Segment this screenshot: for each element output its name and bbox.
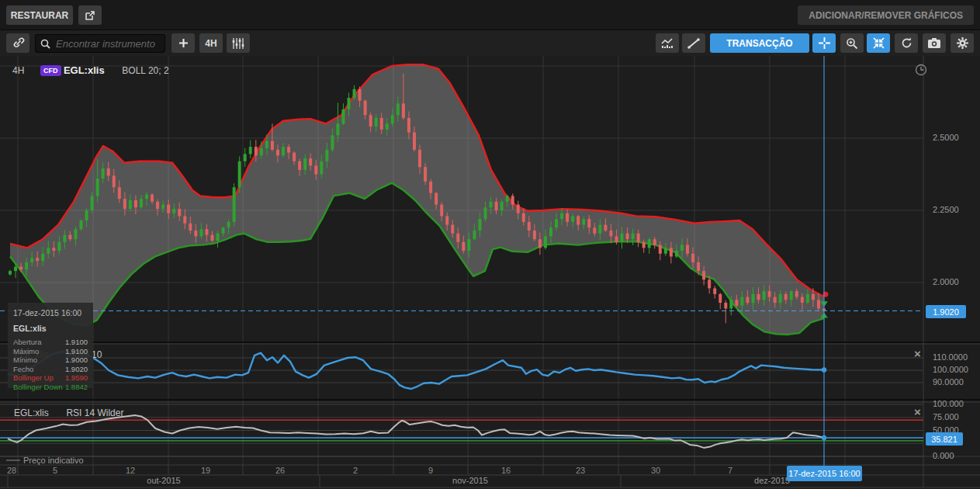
tooltip-row: Abertura1.9100 (13, 338, 88, 347)
screenshot-button[interactable] (923, 33, 946, 53)
crosshair-tool-button[interactable] (812, 33, 836, 53)
x-axis-day-label: 23 (576, 466, 585, 475)
x-axis-day-label: 12 (126, 466, 135, 475)
zoom-in-icon (846, 37, 858, 50)
rsi-axis-label: 100.000 (933, 399, 964, 408)
search-input[interactable] (54, 37, 164, 50)
instrument-search[interactable] (35, 34, 165, 53)
rsi-close-icon[interactable]: × (914, 406, 921, 418)
tooltip-instrument: EGL:xlis (13, 324, 88, 333)
tooltip-row: Bollinger Up1.9590 (13, 373, 88, 383)
link-charts-button[interactable] (6, 33, 29, 53)
line-chart-icon (660, 37, 674, 50)
x-axis-day-label: 16 (501, 466, 511, 475)
gear-icon (956, 36, 969, 50)
restore-button[interactable]: RESTAURAR (6, 5, 73, 25)
ohlc-tooltip: 17-dez-2015 16:00 EGL:xlis Abertura1.910… (8, 303, 93, 388)
timeframe-button[interactable]: 4H (199, 33, 223, 53)
chart-legend: 4H CFD EGL:xlis BOLL 20; 2 (12, 64, 169, 76)
rsi-axis-label: 0.000 (933, 451, 954, 460)
settings-button[interactable] (951, 33, 974, 53)
add-instrument-button[interactable] (171, 33, 195, 53)
search-icon (40, 39, 50, 49)
draw-trendline-button[interactable] (682, 33, 705, 53)
rsi-panel-header: EGL:xlis RSI 14 Wilder (14, 408, 123, 418)
chart-area[interactable]: 4H CFD EGL:xlis BOLL 20; 2 17-dez-2015 1… (0, 56, 980, 489)
mom-axis-label: 110.0000 (933, 352, 968, 362)
chart-instrument-label: EGL:xlis (64, 64, 105, 76)
chart-style-button[interactable] (227, 33, 250, 53)
rsi-value-badge: 35.821 (926, 432, 963, 446)
x-axis-day-label: 2 (353, 466, 358, 475)
tooltip-row: Máximo1.9100 (13, 347, 88, 356)
price-axis-label: 2.0000 (933, 277, 959, 286)
popout-button[interactable] (78, 5, 102, 25)
tooltip-row: Mínimo1.9000 (13, 355, 88, 365)
x-axis-day-label: 5 (53, 466, 57, 475)
x-axis-month-label: nov-2015 (452, 476, 488, 485)
mom-axis-label: 100.0000 (933, 365, 968, 374)
chart-type-button[interactable] (656, 33, 679, 53)
rsi-instrument-label: EGL:xlis (14, 408, 49, 418)
current-price-badge: 1.9020 (926, 305, 966, 318)
chart-timeframe-label: 4H (12, 65, 24, 76)
mom-close-icon[interactable]: × (914, 348, 921, 359)
transaction-button[interactable]: TRANSACÇÃO (710, 33, 809, 53)
chart-toolbar: 4H TRANSACÇÃO (0, 30, 980, 57)
chart-canvas[interactable] (0, 56, 980, 489)
x-axis-day-label: 26 (275, 466, 285, 475)
refresh-icon (900, 36, 913, 50)
camera-icon (927, 37, 941, 49)
x-axis-day-label: 30 (651, 466, 660, 475)
crosshair-time-badge: 17-dez-2015 16:00 (787, 466, 862, 481)
price-axis-label: 2.2500 (933, 205, 959, 214)
external-link-icon (84, 9, 96, 22)
x-axis-day-label: 9 (428, 466, 433, 475)
bollinger-indicator-label: BOLL 20; 2 (122, 65, 168, 76)
rsi-axis-label: 75.000 (933, 412, 959, 421)
top-bar: RESTAURAR ADICIONAR/REMOVER GRÁFICOS (0, 0, 980, 30)
plus-icon (178, 37, 189, 49)
candles-style-icon (231, 37, 245, 50)
x-axis-day-label: 7 (728, 466, 732, 475)
x-axis-day-label: 28 (7, 466, 16, 475)
rsi-indicator-label: RSI 14 Wilder (66, 408, 123, 418)
add-remove-charts-button[interactable]: ADICIONAR/REMOVER GRÁFICOS (798, 5, 974, 25)
indicative-price-legend: Preço indicativo (23, 456, 84, 465)
price-axis-label: 2.5000 (933, 133, 959, 142)
zoom-in-button[interactable] (840, 33, 864, 53)
collapse-arrows-icon (872, 36, 885, 50)
mom-axis-label: 90.0000 (933, 377, 964, 387)
tooltip-datetime: 17-dez-2015 16:00 (13, 308, 88, 317)
x-axis-day-label: 19 (201, 466, 210, 475)
cfd-badge: CFD (40, 65, 61, 76)
crosshair-icon (818, 36, 831, 50)
trendline-icon (687, 37, 701, 50)
x-axis-month-label: dez-2015 (754, 476, 790, 485)
x-axis-month-label: out-2015 (147, 476, 180, 485)
tooltip-row: Fecho1.9020 (13, 365, 88, 374)
refresh-button[interactable] (895, 33, 918, 53)
link-icon (12, 36, 25, 50)
tooltip-row: Bollinger Down1.8842 (13, 383, 88, 392)
fit-chart-button[interactable] (867, 33, 890, 53)
